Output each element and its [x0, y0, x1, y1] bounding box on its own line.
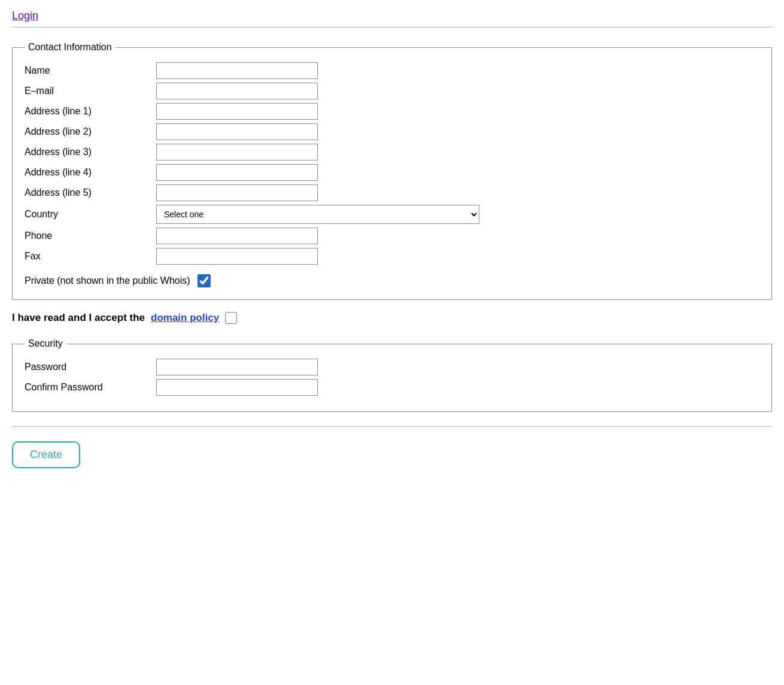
fax-label: Fax: [25, 251, 156, 262]
address1-label: Address (line 1): [25, 106, 156, 117]
accept-text: I have read and I accept the: [12, 312, 145, 324]
accept-checkbox[interactable]: [225, 312, 237, 324]
create-button[interactable]: Create: [12, 441, 80, 468]
top-divider: [12, 27, 772, 28]
domain-policy-link[interactable]: domain policy: [151, 312, 219, 324]
name-label: Name: [25, 65, 156, 76]
confirm-password-label: Confirm Password: [25, 382, 156, 393]
country-row: Country Select one: [25, 205, 759, 224]
address2-label: Address (line 2): [25, 126, 156, 137]
private-row: Private (not shown in the public Whois): [25, 274, 759, 287]
email-input[interactable]: [156, 83, 318, 99]
phone-input[interactable]: [156, 228, 318, 244]
name-row: Name: [25, 62, 759, 79]
address4-input[interactable]: [156, 164, 318, 181]
address2-row: Address (line 2): [25, 123, 759, 140]
password-input[interactable]: [156, 359, 318, 375]
private-checkbox[interactable]: [197, 274, 211, 287]
address5-row: Address (line 5): [25, 184, 759, 201]
address5-label: Address (line 5): [25, 187, 156, 198]
private-label: Private (not shown in the public Whois): [25, 275, 190, 286]
address1-input[interactable]: [156, 103, 318, 120]
security-legend: Security: [25, 338, 66, 349]
phone-row: Phone: [25, 228, 759, 244]
password-label: Password: [25, 362, 156, 372]
email-row: E–mail: [25, 83, 759, 99]
address4-row: Address (line 4): [25, 164, 759, 181]
address2-input[interactable]: [156, 123, 318, 140]
fax-input[interactable]: [156, 248, 318, 265]
phone-label: Phone: [25, 231, 156, 241]
country-select[interactable]: Select one: [156, 205, 479, 224]
address1-row: Address (line 1): [25, 103, 759, 120]
email-label: E–mail: [25, 86, 156, 96]
address3-row: Address (line 3): [25, 144, 759, 160]
fax-row: Fax: [25, 248, 759, 265]
confirm-password-row: Confirm Password: [25, 379, 759, 396]
accept-row: I have read and I accept the domain poli…: [12, 312, 772, 324]
security-section: Security Password Confirm Password: [12, 338, 772, 412]
confirm-password-input[interactable]: [156, 379, 318, 396]
address3-input[interactable]: [156, 144, 318, 160]
contact-information-section: Contact Information Name E–mail Address …: [12, 42, 772, 300]
address4-label: Address (line 4): [25, 167, 156, 178]
contact-legend: Contact Information: [25, 42, 116, 53]
password-row: Password: [25, 359, 759, 375]
login-link[interactable]: Login: [12, 10, 38, 22]
address3-label: Address (line 3): [25, 147, 156, 157]
address5-input[interactable]: [156, 184, 318, 201]
country-label: Country: [25, 209, 156, 220]
name-input[interactable]: [156, 62, 318, 79]
bottom-divider: [12, 426, 772, 427]
